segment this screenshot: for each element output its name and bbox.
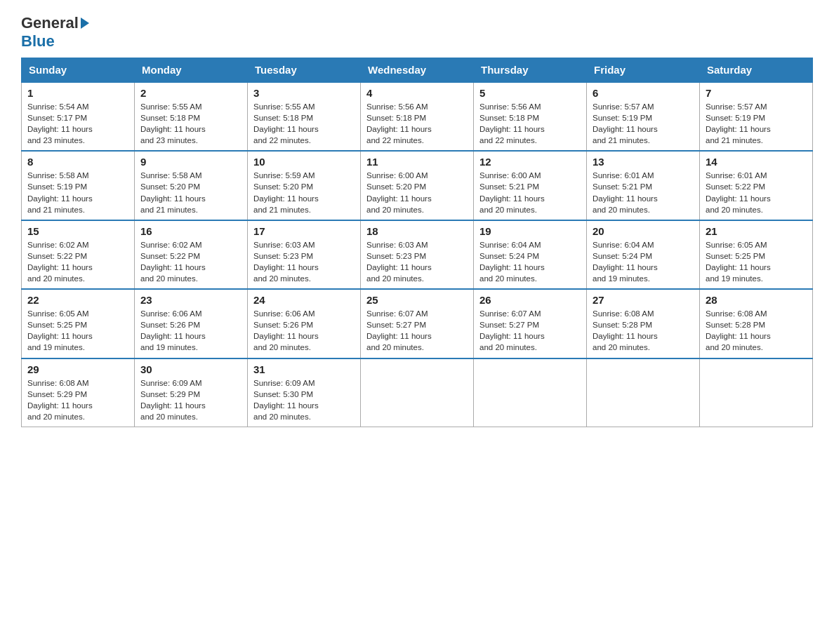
- calendar-cell: 12Sunrise: 6:00 AMSunset: 5:21 PMDayligh…: [474, 151, 587, 220]
- day-info: Sunrise: 6:07 AMSunset: 5:27 PMDaylight:…: [366, 308, 468, 353]
- day-info: Sunrise: 6:03 AMSunset: 5:23 PMDaylight:…: [366, 239, 468, 284]
- day-info: Sunrise: 5:55 AMSunset: 5:18 PMDaylight:…: [140, 101, 241, 146]
- calendar-cell: 10Sunrise: 5:59 AMSunset: 5:20 PMDayligh…: [248, 151, 361, 220]
- day-info: Sunrise: 6:09 AMSunset: 5:30 PMDaylight:…: [253, 377, 355, 422]
- day-info: Sunrise: 6:03 AMSunset: 5:23 PMDaylight:…: [253, 239, 355, 284]
- day-number: 17: [253, 225, 355, 237]
- day-info: Sunrise: 6:08 AMSunset: 5:29 PMDaylight:…: [27, 377, 128, 422]
- day-number: 13: [593, 156, 694, 168]
- calendar-cell: 15Sunrise: 6:02 AMSunset: 5:22 PMDayligh…: [22, 220, 135, 289]
- day-info: Sunrise: 6:08 AMSunset: 5:28 PMDaylight:…: [706, 308, 807, 353]
- day-number: 21: [706, 225, 807, 237]
- day-info: Sunrise: 6:01 AMSunset: 5:22 PMDaylight:…: [706, 170, 807, 215]
- day-number: 2: [140, 87, 241, 99]
- calendar-week-row: 29Sunrise: 6:08 AMSunset: 5:29 PMDayligh…: [22, 358, 813, 427]
- calendar-table: SundayMondayTuesdayWednesdayThursdayFrid…: [21, 58, 813, 427]
- page-header: General Blue: [21, 14, 813, 51]
- day-info: Sunrise: 5:58 AMSunset: 5:19 PMDaylight:…: [27, 170, 128, 215]
- calendar-cell: 1Sunrise: 5:54 AMSunset: 5:17 PMDaylight…: [22, 82, 135, 151]
- day-info: Sunrise: 6:01 AMSunset: 5:21 PMDaylight:…: [593, 170, 694, 215]
- day-info: Sunrise: 5:56 AMSunset: 5:18 PMDaylight:…: [479, 101, 581, 146]
- day-info: Sunrise: 6:04 AMSunset: 5:24 PMDaylight:…: [479, 239, 581, 284]
- day-info: Sunrise: 6:08 AMSunset: 5:28 PMDaylight:…: [593, 308, 694, 353]
- calendar-cell: 21Sunrise: 6:05 AMSunset: 5:25 PMDayligh…: [700, 220, 813, 289]
- day-info: Sunrise: 6:02 AMSunset: 5:22 PMDaylight:…: [27, 239, 128, 284]
- day-info: Sunrise: 5:59 AMSunset: 5:20 PMDaylight:…: [253, 170, 355, 215]
- logo-arrow-icon: [81, 18, 89, 29]
- calendar-cell: 29Sunrise: 6:08 AMSunset: 5:29 PMDayligh…: [22, 358, 135, 427]
- calendar-cell: 30Sunrise: 6:09 AMSunset: 5:29 PMDayligh…: [135, 358, 248, 427]
- day-number: 3: [253, 87, 355, 99]
- day-info: Sunrise: 6:09 AMSunset: 5:29 PMDaylight:…: [140, 377, 241, 422]
- day-number: 7: [706, 87, 807, 99]
- day-number: 11: [366, 156, 468, 168]
- day-number: 25: [366, 294, 468, 306]
- day-info: Sunrise: 5:56 AMSunset: 5:18 PMDaylight:…: [366, 101, 468, 146]
- calendar-cell: [361, 358, 474, 427]
- calendar-cell: 8Sunrise: 5:58 AMSunset: 5:19 PMDaylight…: [22, 151, 135, 220]
- day-number: 24: [253, 294, 355, 306]
- day-number: 19: [479, 225, 581, 237]
- day-number: 15: [27, 225, 128, 237]
- calendar-cell: 3Sunrise: 5:55 AMSunset: 5:18 PMDaylight…: [248, 82, 361, 151]
- day-number: 20: [593, 225, 694, 237]
- calendar-cell: 22Sunrise: 6:05 AMSunset: 5:25 PMDayligh…: [22, 289, 135, 358]
- day-info: Sunrise: 5:58 AMSunset: 5:20 PMDaylight:…: [140, 170, 241, 215]
- calendar-cell: 26Sunrise: 6:07 AMSunset: 5:27 PMDayligh…: [474, 289, 587, 358]
- day-number: 28: [706, 294, 807, 306]
- day-info: Sunrise: 5:54 AMSunset: 5:17 PMDaylight:…: [27, 101, 128, 146]
- calendar-cell: 18Sunrise: 6:03 AMSunset: 5:23 PMDayligh…: [361, 220, 474, 289]
- day-info: Sunrise: 6:04 AMSunset: 5:24 PMDaylight:…: [593, 239, 694, 284]
- header-thursday: Thursday: [474, 58, 587, 83]
- calendar-cell: 6Sunrise: 5:57 AMSunset: 5:19 PMDaylight…: [587, 82, 700, 151]
- calendar-week-row: 1Sunrise: 5:54 AMSunset: 5:17 PMDaylight…: [22, 82, 813, 151]
- calendar-cell: 14Sunrise: 6:01 AMSunset: 5:22 PMDayligh…: [700, 151, 813, 220]
- calendar-header-row: SundayMondayTuesdayWednesdayThursdayFrid…: [22, 58, 813, 83]
- logo: General Blue: [21, 14, 91, 51]
- header-wednesday: Wednesday: [361, 58, 474, 83]
- day-info: Sunrise: 5:55 AMSunset: 5:18 PMDaylight:…: [253, 101, 355, 146]
- calendar-cell: 9Sunrise: 5:58 AMSunset: 5:20 PMDaylight…: [135, 151, 248, 220]
- day-info: Sunrise: 6:00 AMSunset: 5:21 PMDaylight:…: [479, 170, 581, 215]
- calendar-week-row: 22Sunrise: 6:05 AMSunset: 5:25 PMDayligh…: [22, 289, 813, 358]
- day-info: Sunrise: 6:06 AMSunset: 5:26 PMDaylight:…: [253, 308, 355, 353]
- calendar-cell: 4Sunrise: 5:56 AMSunset: 5:18 PMDaylight…: [361, 82, 474, 151]
- header-monday: Monday: [135, 58, 248, 83]
- day-number: 9: [140, 156, 241, 168]
- day-number: 30: [140, 363, 241, 375]
- calendar-cell: 2Sunrise: 5:55 AMSunset: 5:18 PMDaylight…: [135, 82, 248, 151]
- day-number: 1: [27, 87, 128, 99]
- day-number: 6: [593, 87, 694, 99]
- calendar-cell: 25Sunrise: 6:07 AMSunset: 5:27 PMDayligh…: [361, 289, 474, 358]
- day-number: 29: [27, 363, 128, 375]
- calendar-cell: [700, 358, 813, 427]
- calendar-cell: [474, 358, 587, 427]
- calendar-cell: 19Sunrise: 6:04 AMSunset: 5:24 PMDayligh…: [474, 220, 587, 289]
- day-number: 23: [140, 294, 241, 306]
- logo-general-text: General: [21, 14, 79, 32]
- day-number: 8: [27, 156, 128, 168]
- day-number: 26: [479, 294, 581, 306]
- day-info: Sunrise: 6:02 AMSunset: 5:22 PMDaylight:…: [140, 239, 241, 284]
- calendar-cell: 7Sunrise: 5:57 AMSunset: 5:19 PMDaylight…: [700, 82, 813, 151]
- logo-blue-text: Blue: [21, 32, 55, 51]
- header-saturday: Saturday: [700, 58, 813, 83]
- day-number: 10: [253, 156, 355, 168]
- header-tuesday: Tuesday: [248, 58, 361, 83]
- calendar-cell: 5Sunrise: 5:56 AMSunset: 5:18 PMDaylight…: [474, 82, 587, 151]
- calendar-cell: 13Sunrise: 6:01 AMSunset: 5:21 PMDayligh…: [587, 151, 700, 220]
- day-number: 16: [140, 225, 241, 237]
- calendar-cell: [587, 358, 700, 427]
- day-number: 12: [479, 156, 581, 168]
- calendar-cell: 28Sunrise: 6:08 AMSunset: 5:28 PMDayligh…: [700, 289, 813, 358]
- day-info: Sunrise: 5:57 AMSunset: 5:19 PMDaylight:…: [593, 101, 694, 146]
- day-number: 22: [27, 294, 128, 306]
- calendar-cell: 11Sunrise: 6:00 AMSunset: 5:20 PMDayligh…: [361, 151, 474, 220]
- calendar-cell: 24Sunrise: 6:06 AMSunset: 5:26 PMDayligh…: [248, 289, 361, 358]
- day-info: Sunrise: 6:05 AMSunset: 5:25 PMDaylight:…: [27, 308, 128, 353]
- day-info: Sunrise: 6:05 AMSunset: 5:25 PMDaylight:…: [706, 239, 807, 284]
- day-number: 31: [253, 363, 355, 375]
- day-number: 14: [706, 156, 807, 168]
- calendar-cell: 31Sunrise: 6:09 AMSunset: 5:30 PMDayligh…: [248, 358, 361, 427]
- day-number: 5: [479, 87, 581, 99]
